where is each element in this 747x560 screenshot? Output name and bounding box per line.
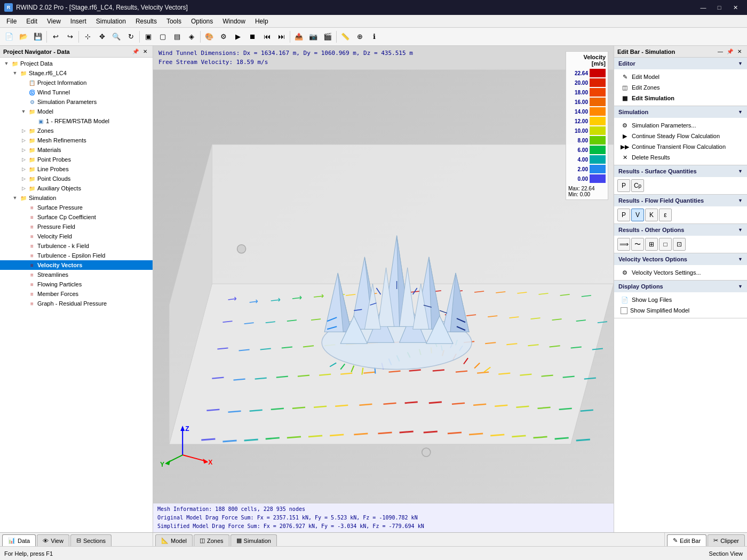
oo-btn-2[interactable]: 〜 [631,238,644,251]
tree-item-zones[interactable]: ▷ 📁 Zones [0,126,153,135]
tab-simulation[interactable]: ▦ Simulation [231,534,277,546]
new-button[interactable]: 📄 [2,30,16,44]
video-button[interactable]: 🎬 [321,30,335,44]
flow-field-header[interactable]: Results - Flow Field Quantities ▼ [614,195,747,206]
tree-item-turbulence-k[interactable]: ▷ ≡ Turbulence - k Field [0,241,153,251]
sq-btn-p[interactable]: P [617,179,630,192]
edit-zones-item[interactable]: ◫ Edit Zones [618,82,743,93]
prev-button[interactable]: ⏮ [260,30,274,44]
tree-item-project-data[interactable]: ▼ 📁 Project Data [0,59,153,68]
redo-button[interactable]: ↪ [63,30,77,44]
measure-button[interactable]: 📏 [338,30,352,44]
tab-view[interactable]: 👁 View [37,534,69,546]
tree-item-line-probes[interactable]: ▷ 📁 Line Probes [0,164,153,174]
view-3d[interactable]: ◈ [185,30,198,44]
visualization-canvas[interactable]: Z X Y [153,46,614,532]
show-log-item[interactable]: 📄 Show Log Files [618,294,743,305]
tab-sections[interactable]: ⊟ Sections [70,534,112,546]
continue-steady-item[interactable]: ▶ Continue Steady Flow Calculation [618,131,743,141]
screenshot-button[interactable]: 📷 [306,30,320,44]
edit-simulation-item[interactable]: ▦ Edit Simulation [618,93,743,103]
tree-item-project-info[interactable]: ▷ 📋 Project Information [0,78,153,87]
left-panel-close[interactable]: ✕ [141,47,149,56]
tree-item-surface-pressure[interactable]: ▷ ≡ Surface Pressure [0,203,153,212]
expander-simulation[interactable]: ▼ [11,194,19,202]
menu-item-insert[interactable]: Insert [66,17,91,26]
save-button[interactable]: 💾 [31,30,45,44]
oo-btn-1[interactable]: ⟹ [617,238,630,251]
info-button[interactable]: ℹ [367,30,381,44]
view-side[interactable]: ▤ [170,30,184,44]
menu-item-help[interactable]: Help [251,17,273,26]
editor-header[interactable]: Editor ▼ [614,58,747,69]
title-bar-controls[interactable]: — □ ✕ [696,2,743,13]
center-viewport[interactable]: Wind Tunnel Dimensions: Dx = 1634.167 m,… [153,46,614,532]
tree-item-rfem-model[interactable]: ▷ ▣ 1 - RFEM/RSTAB Model [0,116,153,126]
menu-item-window[interactable]: Window [218,17,250,26]
tree-item-materials[interactable]: ▷ 📁 Materials [0,145,153,155]
expander-zones[interactable]: ▷ [19,126,28,135]
expander-materials[interactable]: ▷ [19,146,28,154]
tree-item-sim-params[interactable]: ▷ ⚙ Simulation Parameters [0,97,153,107]
select-button[interactable]: ⊹ [81,30,94,44]
expander-model[interactable]: ▼ [19,107,28,116]
menu-item-results[interactable]: Results [131,17,161,26]
expander-project-data[interactable]: ▼ [2,59,11,68]
tree-item-member-forces[interactable]: ▷ ≡ Member Forces [0,289,153,299]
other-options-header[interactable]: Results - Other Options ▼ [614,224,747,236]
show-simplified-checkbox[interactable] [621,307,627,314]
right-panel-minimize[interactable]: — [716,47,725,56]
show-simplified-item[interactable]: Show Simplified Model [618,305,743,316]
render-button[interactable]: 🎨 [202,30,216,44]
open-button[interactable]: 📂 [17,30,30,44]
right-panel-pin[interactable]: 📌 [726,47,734,56]
velocity-settings-item[interactable]: ⚙ Velocity Vectors Settings... [618,267,743,278]
expander-point-clouds[interactable]: ▷ [19,174,28,183]
tab-model[interactable]: 📐 Model [155,534,193,546]
maximize-button[interactable]: □ [712,2,727,13]
tree-item-flowing-particles[interactable]: ▷ ≡ Flowing Particles [0,279,153,289]
probe-button[interactable]: ⊕ [353,30,367,44]
expander-mesh-refine[interactable]: ▷ [19,136,28,145]
tree-item-pressure-field[interactable]: ▷ ≡ Pressure Field [0,222,153,231]
menu-item-file[interactable]: File [2,17,21,26]
oo-btn-4[interactable]: □ [659,238,672,251]
tab-zones[interactable]: ◫ Zones [194,534,229,546]
tree-item-surface-cp[interactable]: ▷ ≡ Surface Cp Coefficient [0,212,153,222]
stop-button[interactable]: ⏹ [245,30,259,44]
tree-item-point-clouds[interactable]: ▷ 📁 Point Clouds [0,174,153,183]
simulation-header[interactable]: Simulation ▼ [614,106,747,118]
menu-item-simulation[interactable]: Simulation [92,17,130,26]
edit-model-item[interactable]: ✎ Edit Model [618,71,743,82]
settings-button[interactable]: ⚙ [217,30,231,44]
display-options-header[interactable]: Display Options ▼ [614,281,747,292]
tree-item-velocity-vectors[interactable]: ▷ ≡ Velocity Vectors [0,260,153,270]
tab-data[interactable]: 📊 Data [2,534,36,546]
continue-transient-item[interactable]: ▶▶ Continue Transient Flow Calculation [618,141,743,152]
delete-results-item[interactable]: ✕ Delete Results [618,152,743,163]
view-front[interactable]: ▣ [141,30,155,44]
expander-point-probes[interactable]: ▷ [19,155,28,164]
expander-aux-objects[interactable]: ▷ [19,184,28,193]
menu-item-edit[interactable]: Edit [22,17,42,26]
surface-quantities-header[interactable]: Results - Surface Quantities ▼ [614,165,747,177]
left-panel-pin[interactable]: 📌 [131,47,140,56]
ff-btn-k[interactable]: K [645,209,658,221]
velocity-vectors-header[interactable]: Velocity Vectors Options ▼ [614,253,747,265]
sim-params-item[interactable]: ⚙ Simulation Parameters... [618,120,743,131]
menu-item-view[interactable]: View [43,17,65,26]
rotate-button[interactable]: ↻ [124,30,138,44]
oo-btn-3[interactable]: ⊞ [645,238,658,251]
tree-item-velocity-field[interactable]: ▷ ≡ Velocity Field [0,231,153,241]
close-button[interactable]: ✕ [728,2,743,13]
tree-item-aux-objects[interactable]: ▷ 📁 Auxiliary Objects [0,183,153,193]
move-button[interactable]: ✥ [95,30,109,44]
expander-stage[interactable]: ▼ [11,69,19,77]
tree-item-turbulence-eps[interactable]: ▷ ≡ Turbulence - Epsilon Field [0,251,153,260]
tree-item-graph-residual[interactable]: ▷ ≡ Graph - Residual Pressure [0,299,153,308]
expander-line-probes[interactable]: ▷ [19,165,28,173]
tree-item-stage[interactable]: ▼ 📁 Stage.rf6_LC4 [0,68,153,78]
tab-editbar[interactable]: ✎ Edit Bar [667,534,706,546]
oo-btn-5[interactable]: ⊡ [673,238,686,251]
ff-btn-p[interactable]: P [617,209,630,221]
